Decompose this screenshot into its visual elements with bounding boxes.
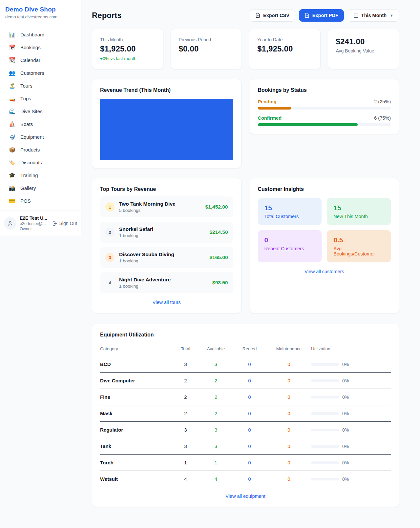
- sidebar-item-gallery[interactable]: 📸 Gallery: [0, 182, 81, 194]
- period-dropdown[interactable]: This Month ▼: [348, 9, 399, 22]
- tile-avg-bookings: 0.5 Avg Bookings/Customer: [327, 230, 391, 262]
- view-all-equipment-link[interactable]: View all equipment: [100, 494, 391, 499]
- cell-category: Fins: [100, 389, 172, 405]
- cell-utilization: 0%: [311, 422, 391, 438]
- revenue-trend-title: Revenue Trend (This Month): [100, 87, 233, 93]
- rank-badge: 2: [105, 228, 115, 237]
- rank-badge: 1: [105, 202, 115, 212]
- cell-maintenance: 0: [267, 356, 311, 373]
- calendar-date-icon: 📅: [9, 44, 16, 51]
- stat-value: $0.00: [179, 44, 234, 53]
- equipment-utilization-title: Equipment Utilization: [100, 332, 391, 338]
- cell-utilization: 0%: [311, 373, 391, 389]
- sidebar-item-tours[interactable]: 🏝️ Tours: [0, 79, 81, 92]
- utilization-bar: [311, 461, 339, 464]
- table-row: Mask 2 2 0 0 0%: [100, 405, 391, 422]
- cell-utilization: 0%: [311, 438, 391, 455]
- column-header-category: Category: [100, 342, 172, 356]
- table-row: BCD 3 3 0 0 0%: [100, 356, 391, 373]
- progress-track: [258, 107, 391, 110]
- tour-name: Night Dive Adventure: [119, 277, 208, 283]
- sidebar-item-dashboard[interactable]: 📊 Dashboard: [0, 28, 81, 41]
- shop-name: Demo Dive Shop: [5, 6, 76, 13]
- cell-maintenance: 0: [267, 422, 311, 438]
- cell-maintenance: 0: [267, 455, 311, 471]
- tour-row[interactable]: 1 Two Tank Morning Dive 5 bookings $1,45…: [100, 196, 233, 217]
- sidebar-item-dive-sites[interactable]: 🌊 Dive Sites: [0, 105, 81, 118]
- user-meta: E2E Test U... e2e-tester@... Owner: [20, 215, 49, 231]
- sidebar-item-label: Dive Sites: [20, 109, 43, 114]
- tour-bookings: 1 booking: [119, 233, 205, 238]
- cell-total: 3: [172, 356, 200, 373]
- sidebar-item-label: Customers: [20, 70, 44, 76]
- sidebar-item-label: Dashboard: [20, 32, 44, 37]
- island-icon: 🏝️: [9, 83, 16, 89]
- bookings-status-card: Bookings by Status Pending 2 (25%) Confi…: [250, 79, 399, 134]
- sidebar-item-label: Equipment: [20, 134, 44, 140]
- cell-rented: 0: [232, 422, 267, 438]
- cell-category: Wetsuit: [100, 471, 172, 487]
- cell-available: 2: [200, 373, 232, 389]
- graduation-cap-icon: 🎓: [9, 172, 16, 178]
- rank-badge: 4: [105, 278, 115, 287]
- people-icon: 👥: [9, 70, 16, 76]
- period-label: This Month: [361, 13, 387, 18]
- cell-total: 3: [172, 422, 200, 438]
- status-label: Confirmed: [258, 115, 282, 121]
- customer-insights-card: Customer Insights 15 Total Customers 15 …: [250, 178, 399, 313]
- sign-out-button[interactable]: Sign Out: [52, 221, 77, 226]
- sidebar-item-label: Calendar: [20, 57, 40, 63]
- tile-value: 0: [264, 236, 315, 244]
- export-csv-button[interactable]: Export CSV: [250, 9, 295, 22]
- stat-value: $1,925.00: [257, 44, 312, 53]
- tour-revenue: $93.50: [212, 280, 228, 286]
- tour-row[interactable]: 2 Snorkel Safari 1 booking $214.50: [100, 222, 233, 243]
- export-pdf-button[interactable]: Export PDF: [299, 9, 344, 22]
- tile-label: Avg Bookings/Customer: [333, 246, 384, 256]
- cell-rented: 0: [232, 455, 267, 471]
- utilization-bar: [311, 363, 339, 366]
- sidebar-item-equipment[interactable]: 🤿 Equipment: [0, 131, 81, 143]
- cell-maintenance: 0: [267, 389, 311, 405]
- utilization-bar: [311, 412, 339, 415]
- sidebar-item-boats[interactable]: ⛵ Boats: [0, 118, 81, 131]
- tile-label: Total Customers: [264, 214, 315, 219]
- sidebar-item-products[interactable]: 📦 Products: [0, 143, 81, 156]
- equipment-table: Category Total Available Rented Maintena…: [100, 342, 391, 487]
- tour-bookings: 1 booking: [119, 258, 205, 263]
- sidebar-item-calendar[interactable]: 📆 Calendar: [0, 54, 81, 67]
- tour-name: Two Tank Morning Dive: [119, 201, 201, 207]
- cell-available: 1: [200, 455, 232, 471]
- cell-category: Regulator: [100, 422, 172, 438]
- calendar-outline-icon: [353, 13, 359, 18]
- sidebar-item-discounts[interactable]: 🏷️ Discounts: [0, 156, 81, 169]
- cell-total: 1: [172, 455, 200, 471]
- header-actions: Export CSV Export PDF: [250, 9, 399, 22]
- credit-card-icon: 💳: [9, 198, 16, 204]
- sidebar-item-trips[interactable]: 🚤 Trips: [0, 92, 81, 105]
- app-layout: Demo Dive Shop demo.test.divestreams.com…: [0, 0, 420, 528]
- cell-available: 2: [200, 389, 232, 405]
- tour-row[interactable]: 3 Discover Scuba Diving 1 booking $165.0…: [100, 247, 233, 268]
- person-icon: [7, 220, 13, 226]
- speedboat-icon: 🚤: [9, 95, 16, 102]
- cell-category: Dive Computer: [100, 373, 172, 389]
- view-all-customers-link[interactable]: View all customers: [258, 269, 391, 274]
- sidebar-item-customers[interactable]: 👥 Customers: [0, 67, 81, 79]
- cell-available: 3: [200, 438, 232, 455]
- revenue-trend-card: Revenue Trend (This Month): [92, 79, 242, 168]
- cell-category: BCD: [100, 356, 172, 373]
- sidebar-item-label: Tours: [20, 83, 32, 89]
- tour-row[interactable]: 4 Night Dive Adventure 1 booking $93.50: [100, 272, 233, 293]
- sidebar-item-bookings[interactable]: 📅 Bookings: [0, 41, 81, 54]
- status-count: 2 (25%): [374, 99, 391, 104]
- column-header-rented: Rented: [232, 342, 267, 356]
- sidebar-item-pos[interactable]: 💳 POS: [0, 194, 81, 207]
- column-header-utilization: Utilization: [311, 342, 391, 356]
- progress-fill-confirmed: [258, 123, 358, 126]
- view-all-tours-link[interactable]: View all tours: [100, 300, 233, 305]
- table-row: Fins 2 2 0 0 0%: [100, 389, 391, 405]
- sidebar-item-training[interactable]: 🎓 Training: [0, 169, 81, 182]
- cell-total: 3: [172, 438, 200, 455]
- status-label: Pending: [258, 99, 277, 104]
